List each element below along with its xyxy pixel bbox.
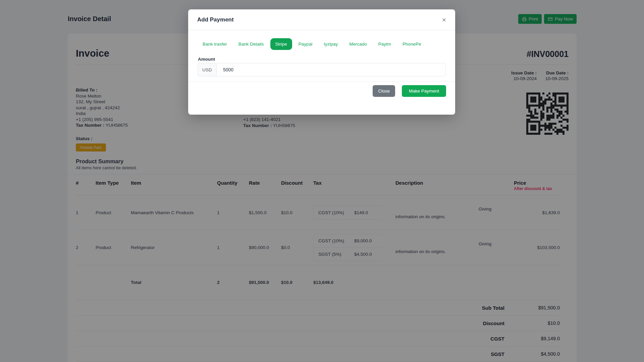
invoice-detail-page: Invoice Detail Print Pay Now Invoice #IN… bbox=[0, 0, 644, 362]
modal-header: Add Payment × bbox=[188, 9, 455, 30]
modal-footer: Close Make Payment bbox=[188, 81, 455, 97]
payment-tab-phonepe[interactable]: PhonePe bbox=[397, 38, 426, 50]
payment-tab-paytm[interactable]: Paytm bbox=[373, 38, 396, 50]
payment-tab-bank-trasfer[interactable]: Bank trasfer bbox=[198, 38, 232, 50]
payment-tab-iyzipay[interactable]: Iyzipay bbox=[319, 38, 343, 50]
amount-label: Amount bbox=[198, 57, 215, 62]
add-payment-modal: Add Payment × Bank trasferBank DetailsSt… bbox=[188, 9, 455, 115]
amount-input-group: USD bbox=[198, 63, 446, 76]
modal-close-button[interactable]: Close bbox=[373, 85, 395, 97]
amount-input[interactable] bbox=[216, 63, 446, 76]
modal-title: Add Payment bbox=[197, 16, 234, 23]
payment-tab-mercado[interactable]: Mercado bbox=[344, 38, 372, 50]
payment-method-tabs: Bank trasferBank DetailsStripePaypalIyzi… bbox=[198, 38, 426, 50]
currency-addon: USD bbox=[198, 63, 216, 76]
payment-tab-bank-details[interactable]: Bank Details bbox=[233, 38, 269, 50]
payment-tab-paypal[interactable]: Paypal bbox=[293, 38, 317, 50]
make-payment-button[interactable]: Make Payment bbox=[402, 85, 446, 97]
payment-tab-stripe[interactable]: Stripe bbox=[270, 38, 292, 50]
close-icon[interactable]: × bbox=[442, 16, 446, 23]
